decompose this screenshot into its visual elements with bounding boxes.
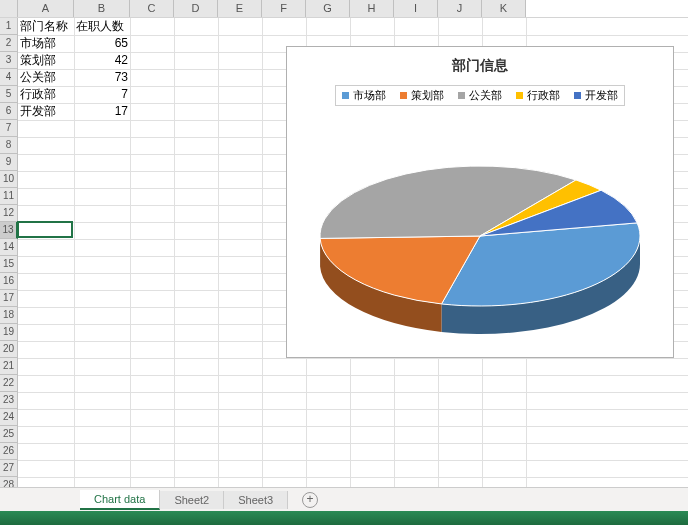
legend-item-0[interactable]: 市场部: [342, 88, 386, 103]
cell-A4[interactable]: 公关部: [18, 69, 74, 86]
row-header-21[interactable]: 21: [0, 358, 18, 375]
legend-item-1[interactable]: 策划部: [400, 88, 444, 103]
legend-label: 公关部: [469, 88, 502, 103]
chart-title[interactable]: 部门信息: [287, 57, 673, 75]
cell-B5[interactable]: 7: [74, 86, 130, 103]
cell-B4[interactable]: 73: [74, 69, 130, 86]
legend-item-4[interactable]: 开发部: [574, 88, 618, 103]
row-header-15[interactable]: 15: [0, 256, 18, 273]
row-header-3[interactable]: 3: [0, 52, 18, 69]
spreadsheet-app: ABCDEFGHIJK 1234567891011121314151617181…: [0, 0, 688, 525]
col-header-F[interactable]: F: [262, 0, 306, 17]
row-header-13[interactable]: 13: [0, 222, 18, 239]
row-header-22[interactable]: 22: [0, 375, 18, 392]
cell-B6[interactable]: 17: [74, 103, 130, 120]
col-header-B[interactable]: B: [74, 0, 130, 17]
row-header-16[interactable]: 16: [0, 273, 18, 290]
legend-label: 开发部: [585, 88, 618, 103]
new-sheet-button[interactable]: +: [302, 492, 318, 508]
cell-B2[interactable]: 65: [74, 35, 130, 52]
legend-swatch-icon: [400, 92, 407, 99]
row-header-20[interactable]: 20: [0, 341, 18, 358]
cell-A6[interactable]: 开发部: [18, 103, 74, 120]
pie-chart[interactable]: [287, 146, 673, 339]
row-header-column: 1234567891011121314151617181920212223242…: [0, 18, 18, 487]
col-header-K[interactable]: K: [482, 0, 526, 17]
legend-item-2[interactable]: 公关部: [458, 88, 502, 103]
col-header-A[interactable]: A: [18, 0, 74, 17]
row-header-18[interactable]: 18: [0, 307, 18, 324]
row-header-14[interactable]: 14: [0, 239, 18, 256]
row-header-24[interactable]: 24: [0, 409, 18, 426]
col-header-E[interactable]: E: [218, 0, 262, 17]
row-header-4[interactable]: 4: [0, 69, 18, 86]
legend-swatch-icon: [516, 92, 523, 99]
row-header-8[interactable]: 8: [0, 137, 18, 154]
sheet-tab-1[interactable]: Sheet2: [160, 491, 224, 509]
sheet-tab-2[interactable]: Sheet3: [224, 491, 288, 509]
col-header-G[interactable]: G: [306, 0, 350, 17]
row-header-9[interactable]: 9: [0, 154, 18, 171]
row-header-26[interactable]: 26: [0, 443, 18, 460]
row-header-28[interactable]: 28: [0, 477, 18, 487]
cell-A1[interactable]: 部门名称: [18, 18, 74, 35]
legend-label: 市场部: [353, 88, 386, 103]
column-header-row: ABCDEFGHIJK: [0, 0, 688, 18]
row-header-17[interactable]: 17: [0, 290, 18, 307]
row-header-2[interactable]: 2: [0, 35, 18, 52]
col-header-J[interactable]: J: [438, 0, 482, 17]
row-header-19[interactable]: 19: [0, 324, 18, 341]
row-header-6[interactable]: 6: [0, 103, 18, 120]
legend-swatch-icon: [342, 92, 349, 99]
cells-layer[interactable]: 部门名称 在职人数 市场部 65 策划部 42 公关部 73 行政部 7 开发部…: [18, 18, 688, 487]
row-header-27[interactable]: 27: [0, 460, 18, 477]
row-header-5[interactable]: 5: [0, 86, 18, 103]
pie-svg: [310, 146, 650, 336]
row-header-7[interactable]: 7: [0, 120, 18, 137]
col-header-C[interactable]: C: [130, 0, 174, 17]
row-header-25[interactable]: 25: [0, 426, 18, 443]
legend-swatch-icon: [458, 92, 465, 99]
cell-B3[interactable]: 42: [74, 52, 130, 69]
sheet-tab-0[interactable]: Chart data: [80, 490, 160, 510]
chart-legend[interactable]: 市场部策划部公关部行政部开发部: [335, 85, 625, 106]
grid-area[interactable]: 1234567891011121314151617181920212223242…: [0, 18, 688, 487]
col-header-H[interactable]: H: [350, 0, 394, 17]
row-header-23[interactable]: 23: [0, 392, 18, 409]
select-all-corner[interactable]: [0, 0, 18, 17]
status-bar: [0, 511, 688, 525]
legend-label: 策划部: [411, 88, 444, 103]
cell-A2[interactable]: 市场部: [18, 35, 74, 52]
legend-item-3[interactable]: 行政部: [516, 88, 560, 103]
row-header-10[interactable]: 10: [0, 171, 18, 188]
col-header-D[interactable]: D: [174, 0, 218, 17]
cell-A3[interactable]: 策划部: [18, 52, 74, 69]
row-header-12[interactable]: 12: [0, 205, 18, 222]
cell-B1[interactable]: 在职人数: [74, 18, 130, 35]
row-header-11[interactable]: 11: [0, 188, 18, 205]
legend-swatch-icon: [574, 92, 581, 99]
cell-A5[interactable]: 行政部: [18, 86, 74, 103]
legend-label: 行政部: [527, 88, 560, 103]
row-header-1[interactable]: 1: [0, 18, 18, 35]
sheet-tab-bar: Chart dataSheet2Sheet3+: [0, 487, 688, 511]
col-header-I[interactable]: I: [394, 0, 438, 17]
chart-object[interactable]: 部门信息 市场部策划部公关部行政部开发部: [286, 46, 674, 358]
